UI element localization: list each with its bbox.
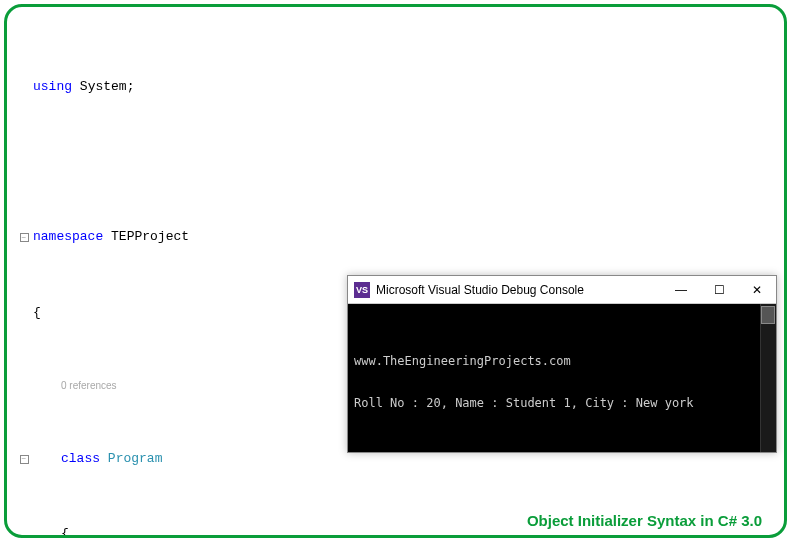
- scrollbar-track[interactable]: [760, 304, 776, 452]
- namespace-name: TEPProject: [111, 229, 189, 244]
- open-brace: {: [33, 305, 41, 320]
- console-title: Microsoft Visual Studio Debug Console: [376, 283, 662, 297]
- console-line: Roll No : 20, Name : Student 1, City : N…: [354, 396, 694, 410]
- codelens-refs[interactable]: 0 references: [33, 379, 117, 394]
- image-caption: Object Initializer Syntax in C# 3.0: [527, 512, 762, 529]
- class-program: Program: [108, 451, 163, 466]
- namespace-system: System: [80, 79, 127, 94]
- fold-gutter[interactable]: −: [17, 455, 31, 464]
- maximize-button[interactable]: ☐: [700, 276, 738, 304]
- minimize-button[interactable]: —: [662, 276, 700, 304]
- console-window[interactable]: VS Microsoft Visual Studio Debug Console…: [347, 275, 777, 453]
- scrollbar-thumb[interactable]: [761, 306, 775, 324]
- keyword-namespace: namespace: [33, 229, 103, 244]
- console-titlebar[interactable]: VS Microsoft Visual Studio Debug Console…: [348, 276, 776, 304]
- console-line: www.TheEngineeringProjects.com: [354, 354, 571, 368]
- fold-gutter[interactable]: −: [17, 233, 31, 242]
- vs-icon: VS: [354, 282, 370, 298]
- keyword-class: class: [61, 451, 100, 466]
- keyword-using: using: [33, 79, 72, 94]
- console-output[interactable]: www.TheEngineeringProjects.com Roll No :…: [348, 304, 776, 452]
- close-button[interactable]: ✕: [738, 276, 776, 304]
- image-frame: using System; −namespace TEPProject { 0 …: [4, 4, 787, 538]
